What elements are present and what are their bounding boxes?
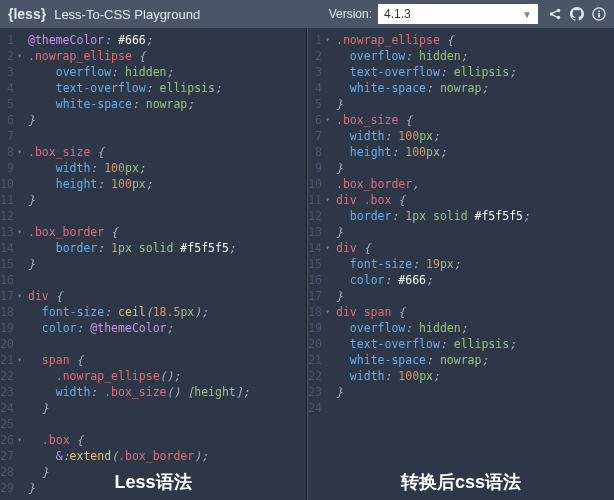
code-line[interactable]: 1@themeColor: #666;: [0, 32, 306, 48]
code-line[interactable]: 12 border: 1px solid #f5f5f5;: [308, 208, 614, 224]
code-line[interactable]: 2▾.nowrap_ellipse {: [0, 48, 306, 64]
less-pane: 1@themeColor: #666;2▾.nowrap_ellipse {3 …: [0, 28, 307, 500]
line-gutter: 23: [308, 384, 336, 400]
code-line[interactable]: 21▾ span {: [0, 352, 306, 368]
fold-icon[interactable]: ▾: [324, 240, 330, 256]
code-line[interactable]: 21 white-space: nowrap;: [308, 352, 614, 368]
code-content: }: [28, 112, 306, 128]
code-content: div {: [28, 288, 306, 304]
code-line[interactable]: 14▾div {: [308, 240, 614, 256]
line-gutter: 27: [0, 448, 28, 464]
line-gutter: 2: [308, 48, 336, 64]
code-line[interactable]: 16: [0, 272, 306, 288]
line-gutter: 9: [308, 160, 336, 176]
fold-icon[interactable]: ▾: [324, 192, 330, 208]
version-label: Version:: [329, 7, 372, 21]
fold-icon[interactable]: ▾: [16, 352, 22, 368]
code-line[interactable]: 12: [0, 208, 306, 224]
line-gutter: 12: [308, 208, 336, 224]
line-gutter: 15: [0, 256, 28, 272]
line-gutter: 10: [308, 176, 336, 192]
code-content: .nowrap_ellipse();: [28, 368, 306, 384]
fold-icon[interactable]: ▾: [16, 288, 22, 304]
code-line[interactable]: 15}: [0, 256, 306, 272]
github-icon[interactable]: [570, 7, 584, 21]
code-line[interactable]: 9 width: 100px;: [0, 160, 306, 176]
line-gutter: 14: [0, 240, 28, 256]
code-line[interactable]: 13▾.box_border {: [0, 224, 306, 240]
code-line[interactable]: 24 }: [0, 400, 306, 416]
info-icon[interactable]: [592, 7, 606, 21]
code-line[interactable]: 17}: [308, 288, 614, 304]
fold-icon[interactable]: ▾: [16, 144, 22, 160]
code-line[interactable]: 3 text-overflow: ellipsis;: [308, 64, 614, 80]
code-content: height: 100px;: [336, 144, 614, 160]
fold-icon[interactable]: ▾: [324, 304, 330, 320]
code-line[interactable]: 18▾div span {: [308, 304, 614, 320]
code-line[interactable]: 8▾.box_size {: [0, 144, 306, 160]
fold-icon[interactable]: ▾: [16, 48, 22, 64]
code-line[interactable]: 10 height: 100px;: [0, 176, 306, 192]
code-line[interactable]: 27 &:extend(.box_border);: [0, 448, 306, 464]
code-line[interactable]: 7 width: 100px;: [308, 128, 614, 144]
code-line[interactable]: 14 border: 1px solid #f5f5f5;: [0, 240, 306, 256]
code-line[interactable]: 22 .nowrap_ellipse();: [0, 368, 306, 384]
line-gutter: 14▾: [308, 240, 336, 256]
code-line[interactable]: 23}: [308, 384, 614, 400]
code-line[interactable]: 4 text-overflow: ellipsis;: [0, 80, 306, 96]
code-line[interactable]: 25: [0, 416, 306, 432]
code-line[interactable]: 3 overflow: hidden;: [0, 64, 306, 80]
code-content: height: 100px;: [28, 176, 306, 192]
code-line[interactable]: 20: [0, 336, 306, 352]
code-content: &:extend(.box_border);: [28, 448, 306, 464]
code-line[interactable]: 22 width: 100px;: [308, 368, 614, 384]
fold-icon[interactable]: ▾: [324, 112, 330, 128]
code-line[interactable]: 19 overflow: hidden;: [308, 320, 614, 336]
code-line[interactable]: 2 overflow: hidden;: [308, 48, 614, 64]
code-content: border: 1px solid #f5f5f5;: [336, 208, 614, 224]
code-line[interactable]: 17▾div {: [0, 288, 306, 304]
code-content: }: [336, 160, 614, 176]
line-gutter: 11: [0, 192, 28, 208]
code-content: color: #666;: [336, 272, 614, 288]
code-line[interactable]: 20 text-overflow: ellipsis;: [308, 336, 614, 352]
line-gutter: 24: [0, 400, 28, 416]
version-select[interactable]: 4.1.3 ▼: [378, 4, 538, 24]
code-line[interactable]: 19 color: @themeColor;: [0, 320, 306, 336]
code-line[interactable]: 11▾div .box {: [308, 192, 614, 208]
line-gutter: 24: [308, 400, 336, 416]
code-line[interactable]: 13}: [308, 224, 614, 240]
code-line[interactable]: 7: [0, 128, 306, 144]
code-line[interactable]: 4 white-space: nowrap;: [308, 80, 614, 96]
line-gutter: 3: [0, 64, 28, 80]
code-content: span {: [28, 352, 306, 368]
code-line[interactable]: 16 color: #666;: [308, 272, 614, 288]
line-gutter: 1: [0, 32, 28, 48]
code-line[interactable]: 5 white-space: nowrap;: [0, 96, 306, 112]
code-line[interactable]: 26▾ .box {: [0, 432, 306, 448]
code-line[interactable]: 15 font-size: 19px;: [308, 256, 614, 272]
code-line[interactable]: 18 font-size: ceil(18.5px);: [0, 304, 306, 320]
code-content: }: [336, 384, 614, 400]
code-line[interactable]: 1▾.nowrap_ellipse {: [308, 32, 614, 48]
code-line[interactable]: 6}: [0, 112, 306, 128]
code-line[interactable]: 11}: [0, 192, 306, 208]
fold-icon[interactable]: ▾: [16, 224, 22, 240]
code-content: font-size: 19px;: [336, 256, 614, 272]
editor-panes: 1@themeColor: #666;2▾.nowrap_ellipse {3 …: [0, 28, 614, 500]
fold-icon[interactable]: ▾: [324, 32, 330, 48]
code-line[interactable]: 23 width: .box_size() [height];: [0, 384, 306, 400]
css-editor[interactable]: 1▾.nowrap_ellipse {2 overflow: hidden;3 …: [308, 28, 614, 420]
code-line[interactable]: 6▾.box_size {: [308, 112, 614, 128]
share-icon[interactable]: [548, 7, 562, 21]
code-line[interactable]: 9}: [308, 160, 614, 176]
less-editor[interactable]: 1@themeColor: #666;2▾.nowrap_ellipse {3 …: [0, 28, 306, 500]
line-gutter: 21: [308, 352, 336, 368]
code-line[interactable]: 8 height: 100px;: [308, 144, 614, 160]
line-gutter: 18▾: [308, 304, 336, 320]
code-content: .box_size {: [336, 112, 614, 128]
code-line[interactable]: 5}: [308, 96, 614, 112]
code-line[interactable]: 24: [308, 400, 614, 416]
code-line[interactable]: 10.box_border,: [308, 176, 614, 192]
fold-icon[interactable]: ▾: [16, 432, 22, 448]
